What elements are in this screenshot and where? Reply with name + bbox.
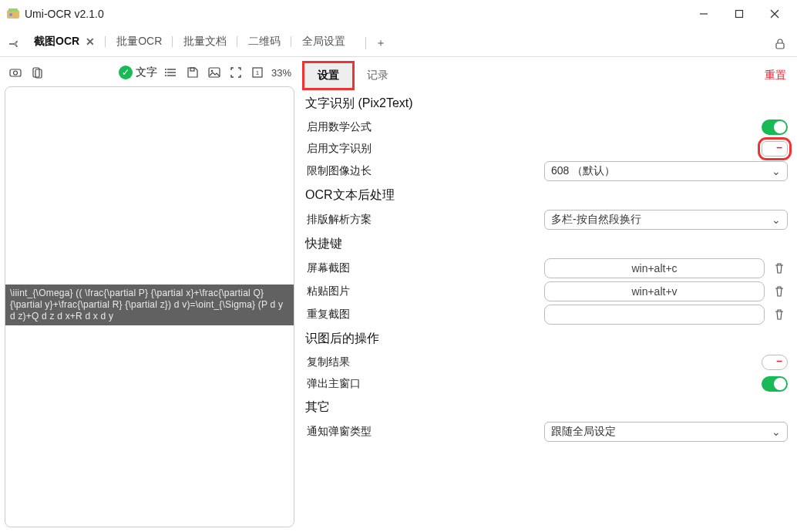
- label-notify-type: 通知弹窗类型: [305, 425, 536, 439]
- section-postprocess: OCR文本后处理: [304, 183, 789, 208]
- select-limit-edge[interactable]: 608 （默认） ⌄: [544, 161, 788, 181]
- svg-text:1: 1: [256, 69, 260, 76]
- tab-screenshot-ocr[interactable]: 截图OCR ✕: [23, 29, 106, 56]
- chevron-down-icon: ⌄: [772, 214, 781, 226]
- section-other: 其它: [304, 395, 789, 420]
- svg-rect-8: [10, 69, 21, 76]
- tab-settings[interactable]: 设置: [304, 62, 353, 89]
- svg-rect-19: [209, 68, 220, 77]
- svg-point-16: [165, 72, 166, 73]
- chevron-down-icon: ⌄: [772, 426, 781, 438]
- titlebar: Umi-OCR v2.1.0: [0, 0, 797, 28]
- svg-point-17: [165, 75, 166, 76]
- label-shortcut-screenshot: 屏幕截图: [305, 261, 536, 275]
- shortcut-paste-field[interactable]: win+alt+v: [544, 281, 765, 301]
- image-preview[interactable]: \iiint_{\Omega} (( \frac{\partial P} {\p…: [5, 86, 294, 527]
- pin-icon[interactable]: [3, 38, 23, 56]
- svg-rect-4: [736, 11, 743, 18]
- tab-global-settings[interactable]: 全局设置: [291, 29, 356, 56]
- fullscreen-icon[interactable]: [228, 65, 244, 80]
- label-layout: 排版解析方案: [305, 213, 536, 227]
- right-tabs: 设置 记录 重置: [304, 60, 789, 91]
- toggle-copy-result[interactable]: [762, 355, 788, 370]
- tab-label: 批量文档: [183, 35, 227, 49]
- tab-bar: 截图OCR ✕ 批量OCR 批量文档 二维码 全局设置 ＋: [0, 28, 797, 57]
- image-icon[interactable]: [207, 65, 222, 80]
- section-shortcuts: 快捷键: [304, 231, 789, 257]
- zoom-level: 33%: [271, 67, 291, 79]
- svg-point-15: [165, 69, 166, 70]
- tab-label: 二维码: [248, 35, 281, 49]
- tab-label: 批量OCR: [116, 35, 162, 49]
- label-limit-edge: 限制图像边长: [305, 164, 536, 178]
- list-icon[interactable]: [163, 65, 179, 80]
- toggle-enable-math[interactable]: [762, 120, 788, 135]
- tab-label: 全局设置: [302, 35, 345, 49]
- trash-icon[interactable]: [771, 306, 788, 323]
- section-after-ocr: 识图后的操作: [304, 326, 789, 352]
- chevron-down-icon: ⌄: [772, 165, 781, 177]
- shortcut-screenshot-field[interactable]: win+alt+c: [544, 258, 765, 278]
- chip-label: 文字: [136, 66, 157, 79]
- app-icon: [6, 7, 20, 21]
- status-chip: ✓ 文字: [119, 66, 157, 79]
- section-ocr-engine: 文字识别 (Pix2Text): [304, 91, 789, 116]
- select-notify-type[interactable]: 跟随全局设定 ⌄: [544, 422, 788, 442]
- check-icon: ✓: [119, 66, 133, 79]
- clipboard-icon[interactable]: [29, 65, 45, 80]
- ocr-overlay-text: \iiint_{\Omega} (( \frac{\partial P} {\p…: [5, 285, 294, 325]
- left-panel: ✓ 文字 1 33% \iiint_{\Omega} (( \frac{\par…: [0, 57, 299, 532]
- tab-batch-ocr[interactable]: 批量OCR: [106, 29, 173, 56]
- tab-history[interactable]: 记录: [353, 62, 402, 89]
- shortcut-repeat-field[interactable]: [544, 305, 765, 325]
- label-enable-math: 启用数学公式: [305, 120, 536, 134]
- trash-icon[interactable]: [771, 283, 788, 300]
- minimize-button[interactable]: [686, 2, 721, 25]
- label-shortcut-repeat: 重复截图: [305, 308, 536, 322]
- select-layout[interactable]: 多栏-按自然段换行 ⌄: [544, 210, 788, 230]
- lock-icon[interactable]: [766, 32, 794, 56]
- tab-batch-doc[interactable]: 批量文档: [173, 29, 237, 56]
- reset-button[interactable]: 重置: [762, 62, 789, 89]
- select-value: 多栏-按自然段换行: [551, 213, 641, 227]
- left-toolbar: ✓ 文字 1 33%: [5, 62, 294, 83]
- label-copy-result: 复制结果: [305, 355, 536, 369]
- trash-icon[interactable]: [771, 260, 788, 277]
- svg-rect-1: [8, 8, 18, 12]
- maximize-button[interactable]: [721, 2, 757, 25]
- fit-icon[interactable]: 1: [250, 65, 265, 80]
- label-enable-text: 启用文字识别: [305, 142, 536, 156]
- label-popup-main: 弹出主窗口: [305, 377, 536, 391]
- tab-label: 截图OCR: [34, 35, 79, 49]
- camera-icon[interactable]: [8, 65, 23, 80]
- window-title: Umi-OCR v2.1.0: [25, 8, 104, 20]
- add-tab-button[interactable]: ＋: [356, 30, 395, 56]
- right-panel: 设置 记录 重置 文字识别 (Pix2Text) 启用数学公式 启用文字识别 限…: [299, 57, 797, 532]
- select-value: 跟随全局设定: [551, 425, 616, 439]
- save-icon[interactable]: [185, 65, 200, 80]
- svg-point-2: [9, 13, 12, 16]
- svg-rect-18: [190, 68, 194, 71]
- svg-rect-7: [776, 43, 784, 49]
- select-value: 608 （默认）: [551, 164, 615, 178]
- close-button[interactable]: [757, 2, 792, 25]
- svg-point-9: [14, 71, 18, 75]
- toggle-enable-text[interactable]: [762, 141, 788, 157]
- svg-point-20: [211, 70, 214, 72]
- label-shortcut-paste: 粘贴图片: [305, 285, 536, 298]
- toggle-popup-main[interactable]: [762, 376, 788, 392]
- tab-qrcode[interactable]: 二维码: [237, 29, 291, 56]
- close-icon[interactable]: ✕: [86, 35, 95, 48]
